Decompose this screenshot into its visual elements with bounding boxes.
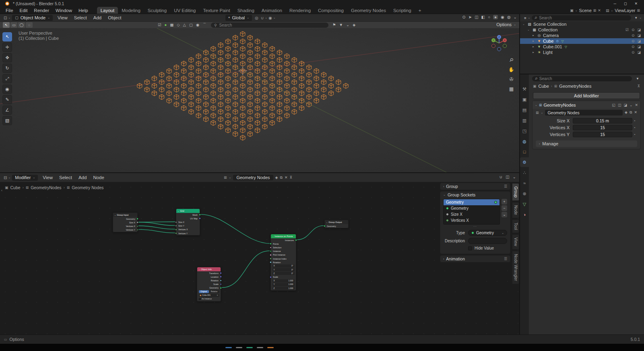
breadcrumb-item-cube[interactable]: Cube xyxy=(10,185,21,190)
input-socket[interactable] xyxy=(270,243,272,245)
menu-render[interactable]: Render xyxy=(31,7,52,14)
filter-dropdown-icon[interactable]: ⌄ xyxy=(345,23,351,27)
expanded-arrow-icon[interactable]: ⌄ xyxy=(526,28,530,31)
workspace-tab-scripting[interactable]: Scripting xyxy=(390,7,415,14)
tweak-mode-icon[interactable]: ↖ xyxy=(3,22,10,28)
outliner-row-scene-collection[interactable]: ⌄▧Scene Collection xyxy=(520,21,644,27)
shading-material-icon[interactable]: ◉ xyxy=(501,15,504,19)
output-socket[interactable] xyxy=(136,225,138,227)
node-editor-type-icon[interactable]: ⊟ xyxy=(2,176,8,180)
snap-magnet-icon[interactable]: ∪ xyxy=(260,16,265,20)
unlink-tree-icon[interactable]: ✕ xyxy=(285,176,288,180)
output-socket[interactable] xyxy=(199,214,201,216)
workspace-tab-shading[interactable]: Shading xyxy=(234,7,258,14)
properties-search-input[interactable] xyxy=(539,76,629,81)
options-dropdown[interactable]: Options ⌄ xyxy=(496,22,516,27)
eye-icon[interactable]: ⊙ xyxy=(632,50,635,54)
tool-search-input[interactable] xyxy=(219,23,325,27)
hide-value-checkbox[interactable] xyxy=(468,246,472,250)
close-modifier-icon[interactable]: ✕ xyxy=(635,103,638,107)
move-tool[interactable]: ✥ xyxy=(2,53,12,62)
transform-options-icon[interactable]: ☑ xyxy=(156,23,163,28)
scene-selector[interactable]: ▣ ⌄ Scene ⊞ ✕ xyxy=(570,8,601,13)
close-button[interactable]: ✕ xyxy=(634,2,638,6)
workspace-tab-rendering[interactable]: Rendering xyxy=(286,7,314,14)
node-tree-name[interactable]: Geometry Nodes xyxy=(233,175,273,180)
camera-toggle-icon[interactable]: ◪ xyxy=(637,33,641,37)
add-socket-icon[interactable]: + xyxy=(502,199,507,204)
output-socket[interactable] xyxy=(136,229,138,231)
new-scene-icon[interactable]: ⊞ xyxy=(593,8,597,12)
physics-tab[interactable]: ≈ xyxy=(520,178,529,188)
statusbar-options[interactable]: Options xyxy=(10,337,24,342)
maximize-button[interactable]: ◻ xyxy=(624,2,627,6)
eye-icon[interactable]: ⊙ xyxy=(632,28,635,32)
display-mode-icon[interactable]: ≡ xyxy=(522,16,528,20)
fake-user-icon[interactable]: ◈ xyxy=(275,176,278,180)
modifier-field-value-vertices-x[interactable]: 15 xyxy=(573,125,632,130)
taskbar-indicator[interactable] xyxy=(225,347,232,348)
minimize-button[interactable]: ─ xyxy=(614,2,616,6)
viewport-menu-object[interactable]: Object xyxy=(105,14,124,21)
group-socket-row-geometry-0[interactable]: Geometry xyxy=(444,199,500,205)
outliner-search[interactable]: ⚲ xyxy=(532,15,631,21)
value-field[interactable]: Y0° xyxy=(272,268,295,271)
camera-toggle-icon[interactable]: ◪ xyxy=(637,28,641,32)
panel-menu-icon[interactable]: ☰ xyxy=(504,257,507,261)
shading-solid-icon[interactable]: ● xyxy=(493,15,498,19)
transform-tool[interactable]: ◉ xyxy=(2,85,12,94)
duplicate-tree-icon[interactable]: ⧉ xyxy=(630,110,632,115)
shading-rendered-icon[interactable]: ◍ xyxy=(507,15,511,19)
shield-icon[interactable]: ◈ xyxy=(351,23,357,27)
pivot-point-icon[interactable]: ◎ xyxy=(254,16,260,20)
blender-logo-icon[interactable] xyxy=(5,2,9,6)
value-field[interactable]: X0° xyxy=(272,264,295,268)
node-instance-on-points[interactable]: ⌄Instance on PointsInstancesPointsSelect… xyxy=(270,234,296,291)
node-editor-menu-add[interactable]: Add xyxy=(75,173,90,182)
output-socket[interactable] xyxy=(220,272,222,274)
add-cube-tool[interactable]: ▧ xyxy=(2,116,12,125)
input-socket[interactable] xyxy=(270,258,272,260)
render-display-icon[interactable]: ◪ xyxy=(623,103,627,107)
value-field[interactable]: Y1.000 xyxy=(272,283,295,286)
manage-panel-header[interactable]: › Manage xyxy=(536,140,637,147)
falloff-icon[interactable]: ⌒ xyxy=(201,23,208,28)
taskbar-indicator[interactable] xyxy=(267,347,274,348)
modifier-field-value-vertices-y[interactable]: 15 xyxy=(573,132,632,137)
outliner-row-light[interactable]: ▸☀Light⊙◪ xyxy=(520,50,644,55)
input-socket[interactable] xyxy=(270,276,272,278)
node-tree-field[interactable]: Geometry Nodes xyxy=(545,110,623,116)
workspace-tab-uv-editing[interactable]: UV Editing xyxy=(170,7,199,14)
viewport-menu-select[interactable]: Select xyxy=(71,14,90,21)
tool-search[interactable]: ⚲ xyxy=(211,23,328,28)
node-editor-type-dropdown-icon[interactable]: ⌄ xyxy=(8,176,10,179)
input-socket[interactable] xyxy=(270,247,272,249)
workspace-tab-compositing[interactable]: Compositing xyxy=(314,7,347,14)
cursor-tool[interactable]: ✛ xyxy=(2,43,12,52)
viewport-menu-view[interactable]: View xyxy=(54,14,71,21)
pin-icon[interactable]: ⊼ xyxy=(289,176,292,180)
sidebar-tab-view[interactable]: View xyxy=(512,234,519,250)
shading-wireframe-icon[interactable]: ○ xyxy=(488,15,490,19)
collapsed-arrow-icon[interactable]: ▸ xyxy=(531,51,535,54)
snap-face-icon[interactable]: ▢ xyxy=(188,23,194,28)
new-view-layer-icon[interactable]: ⊞ xyxy=(637,8,640,12)
remove-socket-icon[interactable]: − xyxy=(502,205,507,211)
clear-object-icon[interactable]: ✕ xyxy=(217,294,218,296)
output-tab[interactable]: ▤ xyxy=(520,105,529,115)
snap-edge-icon[interactable]: △ xyxy=(182,23,188,28)
input-socket[interactable] xyxy=(270,254,272,256)
menu-edit[interactable]: Edit xyxy=(17,7,31,14)
object-data-tab[interactable]: ▽ xyxy=(520,199,529,209)
output-socket[interactable] xyxy=(220,276,222,278)
add-modifier-button[interactable]: Add Modifier xyxy=(533,92,640,99)
node-editor-menu-view[interactable]: View xyxy=(39,173,56,182)
viewport-3d[interactable]: User Perspective (1) Collection | Cube ↖… xyxy=(0,28,520,172)
collapsed-arrow-icon[interactable]: ▸ xyxy=(531,45,535,48)
viewport-menu-add[interactable]: Add xyxy=(90,14,105,21)
editor-type-icon[interactable]: ⊡ xyxy=(2,16,8,20)
modifier-field-value-size-x[interactable]: 0.15 m xyxy=(573,118,632,124)
breadcrumb-item-geometrynodes[interactable]: GeometryNodes xyxy=(559,84,591,89)
collapse-arrow-icon[interactable]: ⌄ xyxy=(178,210,179,212)
camera-view-icon[interactable]: ✇ xyxy=(509,76,513,82)
